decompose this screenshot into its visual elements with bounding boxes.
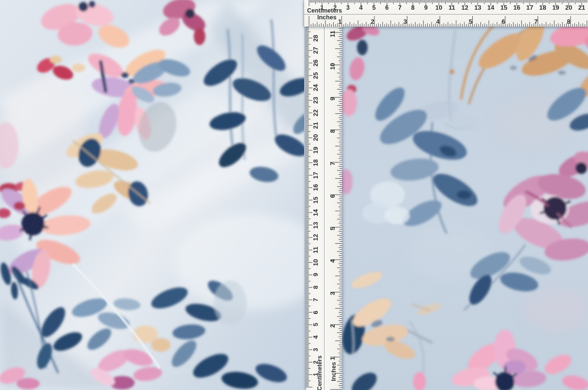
cm-number: 24 [312, 84, 319, 91]
inch-number: 3 [329, 292, 336, 295]
cm-number: 11 [312, 247, 319, 253]
inch-number: 6 [329, 194, 336, 198]
cm-number: 5 [372, 4, 375, 11]
inch-number: 6 [501, 18, 505, 25]
inch-unit-label: Inches [317, 15, 337, 21]
cm-number: 20 [565, 4, 572, 11]
cm-number: 23 [312, 97, 319, 104]
fabric-photo [0, 0, 588, 390]
cm-number: 10 [312, 259, 319, 265]
inch-number: 5 [469, 18, 472, 25]
cm-number: 19 [312, 147, 319, 154]
draped-fabric-left [0, 0, 329, 390]
cm-number: 17 [526, 4, 533, 11]
inch-unit-label: Inches [331, 362, 337, 381]
inch-number: 8 [329, 129, 336, 133]
cm-number: 12 [461, 4, 468, 11]
cm-number: 18 [312, 159, 319, 166]
cm-number: 3 [312, 348, 319, 351]
cm-number: 16 [513, 4, 520, 11]
fabric-swatch-photo: Centimeters Inches 123456789101112131415… [0, 0, 588, 390]
ruler-separator [324, 27, 325, 390]
inch-number: 4 [436, 18, 439, 25]
cm-number: 10 [435, 4, 442, 11]
inch-number: 7 [329, 162, 336, 165]
cm-number: 9 [312, 273, 319, 277]
cm-number: 26 [312, 60, 319, 66]
cm-number: 1 [320, 4, 324, 11]
cm-number: 18 [539, 4, 546, 11]
cm-number: 2 [333, 4, 337, 11]
cm-number: 4 [312, 335, 319, 339]
inch-number: 1 [338, 18, 341, 25]
cm-number: 14 [487, 4, 494, 11]
cm-number: 4 [359, 4, 363, 11]
flat-fabric-right [304, 0, 588, 390]
inch-number: 4 [329, 259, 336, 263]
cm-number: 27 [312, 47, 319, 54]
cm-number: 14 [312, 209, 319, 216]
cm-number: 7 [312, 298, 319, 301]
cm-number: 16 [312, 184, 319, 191]
cm-number: 13 [312, 221, 319, 228]
inch-number: 9 [329, 97, 336, 100]
cm-number: 3 [346, 4, 350, 11]
inch-number: 2 [371, 18, 374, 25]
cm-number: 6 [385, 4, 388, 11]
cm-number: 7 [398, 4, 402, 11]
inch-number: 2 [329, 324, 336, 328]
inch-number: 8 [567, 18, 570, 25]
cm-number: 5 [312, 323, 319, 327]
cm-number: 13 [474, 4, 481, 11]
cm-number: 21 [312, 122, 319, 128]
horizontal-ruler: Centimeters Inches 123456789101112131415… [304, 0, 588, 27]
cm-number: 8 [411, 4, 415, 11]
ruler-separator [304, 14, 588, 15]
inch-number: 7 [534, 18, 538, 25]
cm-number: 17 [312, 172, 319, 178]
inch-number: 11 [329, 31, 336, 37]
vertical-ruler: Centimeters Inches 123456789101112131415… [306, 27, 342, 390]
cm-number: 9 [424, 4, 428, 11]
cm-number: 20 [312, 134, 319, 141]
inch-number: 3 [403, 18, 407, 25]
cm-number: 2 [312, 360, 319, 364]
cm-number: 19 [552, 4, 559, 11]
cm-number: 8 [312, 286, 319, 289]
cm-number: 21 [578, 4, 585, 11]
inch-number: 5 [329, 227, 336, 230]
cm-unit-label: Centimeters [307, 8, 342, 14]
cm-number: 12 [312, 234, 319, 241]
cm-number: 15 [312, 197, 319, 203]
cm-number: 25 [312, 72, 319, 79]
cm-number: 28 [312, 34, 319, 41]
cm-number: 11 [449, 4, 455, 11]
cm-number: 22 [312, 109, 319, 116]
inch-number: 1 [329, 357, 336, 360]
cm-number: 1 [312, 373, 319, 376]
inch-number: 10 [329, 63, 336, 70]
cm-number: 6 [312, 311, 319, 314]
cm-number: 15 [500, 4, 507, 11]
